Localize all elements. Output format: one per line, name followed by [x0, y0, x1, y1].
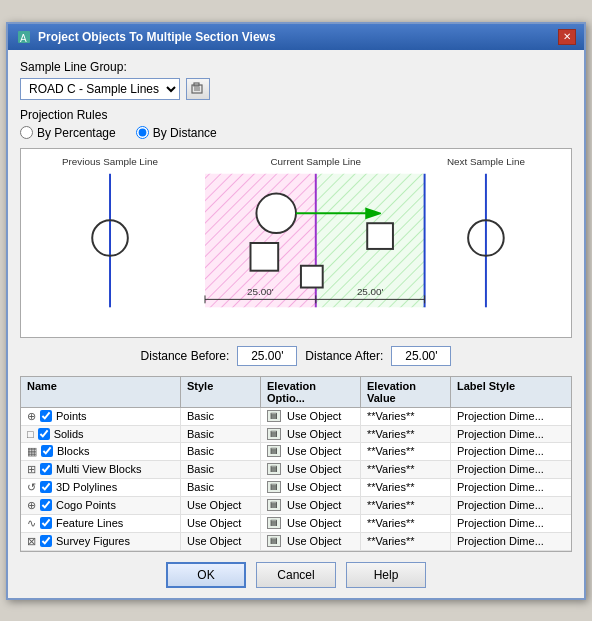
cell-name: ⊠ Survey Figures [21, 533, 181, 550]
table-row[interactable]: ∿ Feature Lines Use Object▤Use Object**V… [21, 515, 571, 533]
row-checkbox[interactable] [40, 463, 52, 475]
cell-elevation-option: ▤Use Object [261, 426, 361, 442]
elevation-icon: ▤ [267, 499, 281, 511]
cell-elevation-value: **Varies** [361, 408, 451, 425]
row-checkbox[interactable] [40, 410, 52, 422]
row-type-icon: ⊠ [27, 535, 36, 548]
elevation-option-text: Use Object [287, 463, 341, 475]
by-percentage-option[interactable]: By Percentage [20, 126, 116, 140]
help-button[interactable]: Help [346, 562, 426, 588]
table-row[interactable]: ⊕ Cogo Points Use Object▤Use Object**Var… [21, 497, 571, 515]
cell-name: ▦ Blocks [21, 443, 181, 460]
cell-name: ⊕ Points [21, 408, 181, 425]
cell-elevation-option: ▤Use Object [261, 533, 361, 550]
window-body: Sample Line Group: ROAD C - Sample Lines… [8, 50, 584, 598]
cell-style: Use Object [181, 497, 261, 514]
col-elevation-option: Elevation Optio... [261, 377, 361, 407]
cell-elevation-option: ▤Use Object [261, 479, 361, 496]
table-row[interactable]: ⊕ Points Basic▤Use Object**Varies**Proje… [21, 408, 571, 426]
cell-name: ∿ Feature Lines [21, 515, 181, 532]
browse-icon [191, 82, 205, 96]
close-button[interactable]: ✕ [558, 29, 576, 45]
cell-name: ↺ 3D Polylines [21, 479, 181, 496]
title-bar: A Project Objects To Multiple Section Vi… [8, 24, 584, 50]
elevation-option-text: Use Object [287, 481, 341, 493]
cell-elevation-value: **Varies** [361, 479, 451, 496]
title-buttons[interactable]: ✕ [558, 29, 576, 45]
cell-style: Use Object [181, 515, 261, 532]
cell-elevation-value: **Varies** [361, 426, 451, 442]
row-name-text: Multi View Blocks [56, 463, 141, 475]
cell-style: Basic [181, 443, 261, 460]
svg-text:25.00': 25.00' [247, 286, 274, 297]
elevation-option-text: Use Object [287, 499, 341, 511]
by-percentage-radio[interactable] [20, 126, 33, 139]
row-checkbox[interactable] [40, 481, 52, 493]
cell-elevation-value: **Varies** [361, 515, 451, 532]
cell-elevation-value: **Varies** [361, 461, 451, 478]
col-label-style: Label Style [451, 377, 571, 407]
row-checkbox[interactable] [40, 535, 52, 547]
distance-before-label: Distance Before: [141, 349, 230, 363]
row-name-text: Solids [54, 428, 84, 440]
row-checkbox[interactable] [40, 517, 52, 529]
table-row[interactable]: □ Solids Basic▤Use Object**Varies**Proje… [21, 426, 571, 443]
cancel-button[interactable]: Cancel [256, 562, 336, 588]
distance-before-input[interactable] [237, 346, 297, 366]
svg-rect-26 [301, 265, 323, 287]
svg-text:A: A [20, 33, 27, 44]
elevation-icon: ▤ [267, 463, 281, 475]
row-name-text: 3D Polylines [56, 481, 117, 493]
row-checkbox[interactable] [40, 499, 52, 511]
cell-name: ⊕ Cogo Points [21, 497, 181, 514]
projection-rules-row: By Percentage By Distance [20, 126, 572, 140]
elevation-icon: ▤ [267, 535, 281, 547]
svg-rect-25 [250, 243, 278, 271]
distance-after-label: Distance After: [305, 349, 383, 363]
cell-elevation-option: ▤Use Object [261, 515, 361, 532]
sample-line-group-label: Sample Line Group: [20, 60, 572, 74]
cell-style: Basic [181, 479, 261, 496]
table-row[interactable]: ⊠ Survey Figures Use Object▤Use Object**… [21, 533, 571, 551]
cell-style: Use Object [181, 533, 261, 550]
cell-label-style: Projection Dime... [451, 515, 571, 532]
elevation-icon: ▤ [267, 481, 281, 493]
row-type-icon: ⊞ [27, 463, 36, 476]
cell-elevation-option: ▤Use Object [261, 461, 361, 478]
diagram-area: Previous Sample Line Current Sample Line… [20, 148, 572, 338]
cell-label-style: Projection Dime... [451, 479, 571, 496]
projection-rules-label: Projection Rules [20, 108, 572, 122]
row-checkbox[interactable] [41, 445, 53, 457]
svg-point-24 [256, 193, 296, 233]
cell-elevation-option: ▤Use Object [261, 408, 361, 425]
table-header: Name Style Elevation Optio... Elevation … [21, 377, 571, 408]
table-row[interactable]: ⊞ Multi View Blocks Basic▤Use Object**Va… [21, 461, 571, 479]
cell-label-style: Projection Dime... [451, 443, 571, 460]
elevation-option-text: Use Object [287, 445, 341, 457]
row-type-icon: ∿ [27, 517, 36, 530]
row-type-icon: ▦ [27, 445, 37, 458]
elevation-icon: ▤ [267, 410, 281, 422]
row-name-text: Survey Figures [56, 535, 130, 547]
table-row[interactable]: ↺ 3D Polylines Basic▤Use Object**Varies*… [21, 479, 571, 497]
row-type-icon: □ [27, 428, 34, 440]
cell-label-style: Projection Dime... [451, 426, 571, 442]
by-distance-radio[interactable] [136, 126, 149, 139]
row-checkbox[interactable] [38, 428, 50, 440]
cell-label-style: Projection Dime... [451, 461, 571, 478]
cell-elevation-option: ▤Use Object [261, 443, 361, 460]
elevation-option-text: Use Object [287, 410, 341, 422]
svg-text:25.00': 25.00' [357, 286, 384, 297]
svg-rect-28 [367, 223, 393, 249]
sample-line-group-select[interactable]: ROAD C - Sample Lines [20, 78, 180, 100]
sample-line-browse-button[interactable] [186, 78, 210, 100]
ok-button[interactable]: OK [166, 562, 246, 588]
col-elevation-value: Elevation Value [361, 377, 451, 407]
elevation-option-text: Use Object [287, 428, 341, 440]
table-row[interactable]: ▦ Blocks Basic▤Use Object**Varies**Proje… [21, 443, 571, 461]
distance-after-input[interactable] [391, 346, 451, 366]
elevation-icon: ▤ [267, 517, 281, 529]
cell-label-style: Projection Dime... [451, 533, 571, 550]
col-name: Name [21, 377, 181, 407]
by-distance-option[interactable]: By Distance [136, 126, 217, 140]
